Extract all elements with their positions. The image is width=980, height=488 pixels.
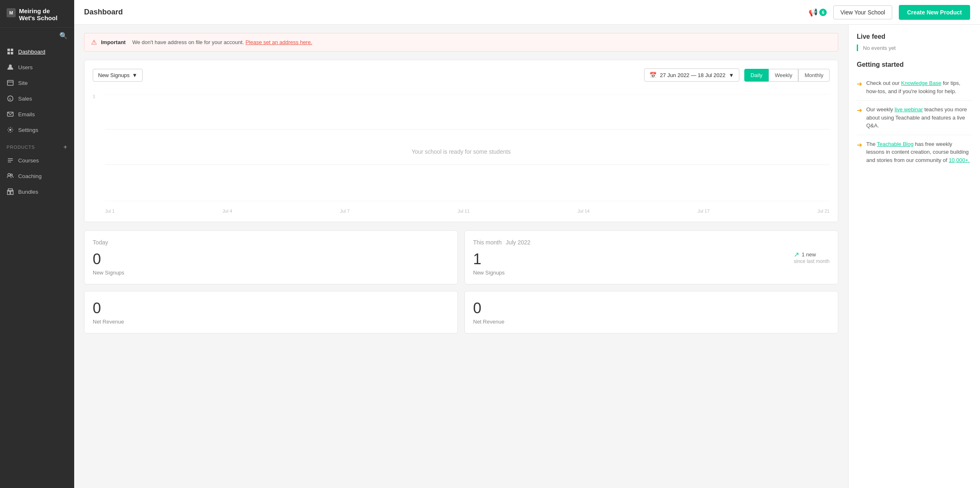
- svg-point-11: [11, 174, 12, 176]
- notification-bell[interactable]: 📢 6: [809, 8, 827, 17]
- sidebar-brand: M Meiring de Wet's School: [0, 0, 74, 28]
- emails-label: Emails: [18, 111, 35, 117]
- courses-label: Courses: [18, 157, 39, 164]
- right-panel: Live feed No events yet Getting started …: [848, 25, 980, 488]
- content-area: ⚠ Important We don't have address on fil…: [74, 25, 980, 488]
- users-icon: [7, 63, 14, 71]
- x-label-6: Jul 17: [697, 209, 709, 214]
- sidebar-item-emails[interactable]: Emails: [0, 106, 74, 122]
- month-revenue-value: 0: [473, 300, 830, 317]
- sales-label: Sales: [18, 96, 32, 102]
- alert-icon: ⚠: [91, 38, 97, 46]
- x-label-2: Jul 4: [223, 209, 232, 214]
- stat-badge: ↗ 1 new: [794, 251, 830, 258]
- metric-dropdown[interactable]: New Signups ▼: [93, 69, 143, 82]
- gs-text-0: Check out our Knowledge Base for tips, h…: [866, 79, 972, 95]
- notification-badge: 6: [819, 9, 827, 16]
- month-revenue-label: Net Revenue: [473, 319, 830, 325]
- courses-icon: [7, 157, 14, 164]
- sidebar-item-site[interactable]: Site: [0, 75, 74, 91]
- bundles-label: Bundles: [18, 189, 38, 195]
- chevron-down-icon: ▼: [132, 72, 138, 78]
- gs-text-2: The Teachable Blog has free weekly lesso…: [866, 140, 972, 164]
- badge-text: 1 new: [802, 251, 816, 258]
- period-weekly-button[interactable]: Weekly: [769, 69, 798, 82]
- bell-icon: 📢: [809, 8, 818, 17]
- sidebar: M Meiring de Wet's School 🔍 Dashboard Us…: [0, 0, 74, 488]
- sidebar-item-dashboard[interactable]: Dashboard: [0, 44, 74, 59]
- live-webinar-link[interactable]: live webinar: [895, 106, 923, 113]
- month-signups-inner: 1 New Signups ↗ 1 new since last month: [473, 251, 830, 276]
- month-revenue-card: 0 Net Revenue: [464, 291, 838, 333]
- school-icon: M: [7, 8, 16, 17]
- dashboard-icon: [7, 48, 14, 55]
- today-revenue-label: Net Revenue: [93, 319, 449, 325]
- site-label: Site: [18, 80, 28, 86]
- sidebar-search[interactable]: 🔍: [0, 28, 74, 44]
- date-range-text: 27 Jun 2022 — 18 Jul 2022: [660, 72, 725, 78]
- sidebar-item-bundles[interactable]: Bundles: [0, 184, 74, 199]
- knowledge-base-link[interactable]: Knowledge Base: [901, 80, 942, 86]
- teachable-blog-link[interactable]: Teachable Blog: [877, 141, 914, 147]
- sidebar-item-settings[interactable]: Settings: [0, 122, 74, 138]
- today-signups-card: Today 0 New Signups: [84, 230, 458, 284]
- gs-arrow-2: ➜: [857, 141, 862, 149]
- chart-section: New Signups ▼ 📅 27 Jun 2022 — 18 Jul 202…: [84, 60, 838, 222]
- svg-text:$: $: [9, 97, 11, 101]
- sidebar-item-users[interactable]: Users: [0, 59, 74, 75]
- search-icon[interactable]: 🔍: [59, 32, 68, 40]
- month-header: This month July 2022: [473, 239, 830, 246]
- month-value: July 2022: [506, 239, 530, 246]
- today-signups-label: New Signups: [93, 270, 449, 276]
- emails-icon: [7, 110, 14, 118]
- today-revenue-value: 0: [93, 300, 449, 317]
- sidebar-item-coaching[interactable]: Coaching: [0, 168, 74, 184]
- sales-icon: $: [7, 95, 14, 102]
- site-icon: [7, 79, 14, 87]
- main-area: Dashboard 📢 6 View Your School Create Ne…: [74, 0, 980, 488]
- x-label-7: Jul 21: [818, 209, 830, 214]
- dashboard-label: Dashboard: [18, 49, 45, 55]
- x-label-3: Jul 7: [340, 209, 349, 214]
- community-link[interactable]: 10,000+.: [949, 157, 970, 163]
- trend-up-icon: ↗: [794, 251, 799, 258]
- sidebar-item-sales[interactable]: $ Sales: [0, 91, 74, 106]
- topbar: Dashboard 📢 6 View Your School Create Ne…: [74, 0, 980, 25]
- add-product-icon[interactable]: +: [63, 143, 68, 151]
- live-feed-content: No events yet: [857, 45, 972, 51]
- page-title: Dashboard: [84, 8, 123, 16]
- stats-grid: Today 0 New Signups This month July 2022…: [84, 230, 838, 333]
- y-label-top: 1: [93, 94, 105, 99]
- stat-badge-area: ↗ 1 new since last month: [794, 251, 830, 264]
- view-school-button[interactable]: View Your School: [833, 5, 892, 19]
- gs-arrow-1: ➜: [857, 106, 862, 114]
- svg-point-10: [8, 174, 10, 176]
- gs-arrow-0: ➜: [857, 80, 862, 88]
- badge-sub-text: since last month: [794, 258, 830, 264]
- date-chevron-icon: ▼: [729, 72, 734, 78]
- getting-started-title: Getting started: [857, 61, 972, 68]
- period-daily-button[interactable]: Daily: [744, 69, 769, 82]
- x-label-4: Jul 11: [457, 209, 469, 214]
- calendar-icon: 📅: [649, 72, 656, 78]
- svg-rect-14: [8, 189, 12, 191]
- chart-controls: New Signups ▼ 📅 27 Jun 2022 — 18 Jul 202…: [93, 68, 830, 82]
- sidebar-item-courses[interactable]: Courses: [0, 152, 74, 168]
- month-signups-card: This month July 2022 1 New Signups ↗ 1 n…: [464, 230, 838, 284]
- gs-text-1: Our weekly live webinar teaches you more…: [866, 106, 972, 130]
- today-signups-value: 0: [93, 251, 449, 268]
- live-feed-empty: No events yet: [863, 45, 896, 51]
- alert-banner: ⚠ Important We don't have address on fil…: [84, 33, 838, 52]
- settings-icon: [7, 126, 14, 134]
- products-section-label: PRODUCTS +: [0, 138, 74, 152]
- date-range-picker[interactable]: 📅 27 Jun 2022 — 18 Jul 2022 ▼: [644, 68, 739, 82]
- create-product-button[interactable]: Create New Product: [899, 5, 970, 20]
- school-name: Meiring de Wet's School: [19, 7, 68, 21]
- month-signups-label: New Signups: [473, 270, 505, 276]
- coaching-label: Coaching: [18, 173, 42, 179]
- live-feed-title: Live feed: [857, 33, 972, 40]
- month-signups-value: 1: [473, 251, 505, 268]
- period-monthly-button[interactable]: Monthly: [798, 69, 830, 82]
- alert-link[interactable]: Please set an address here.: [246, 39, 312, 45]
- gs-item-1: ➜ Our weekly live webinar teaches you mo…: [857, 101, 972, 135]
